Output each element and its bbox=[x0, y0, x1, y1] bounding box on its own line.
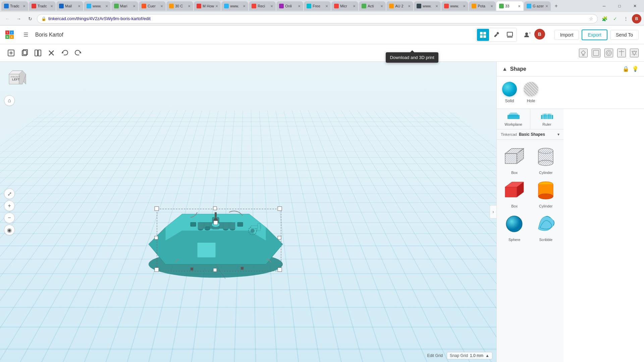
tab-9[interactable]: www. ✕ bbox=[221, 1, 248, 11]
shape-item-sphere-blue[interactable]: Sphere bbox=[501, 212, 528, 242]
window-controls: ─ □ ✕ bbox=[596, 0, 643, 12]
close-button[interactable]: ✕ bbox=[627, 0, 643, 12]
render-button[interactable] bbox=[604, 49, 613, 57]
tab-8[interactable]: M How ✕ bbox=[194, 1, 221, 11]
view-mode-group bbox=[476, 28, 517, 42]
orientation-cube[interactable]: LEFT FRONT bbox=[4, 66, 31, 93]
tab-1[interactable]: Tradc ✕ bbox=[1, 1, 28, 11]
lock-icon[interactable]: 🔒 bbox=[623, 66, 629, 72]
bookmark-icon[interactable]: ☆ bbox=[589, 16, 593, 21]
edit-grid-label[interactable]: Edit Grid bbox=[427, 353, 443, 358]
svg-marker-88 bbox=[505, 187, 517, 197]
shape-collapse-icon[interactable]: ▲ bbox=[502, 66, 507, 72]
svg-rect-57 bbox=[230, 222, 235, 229]
snap-grid-control[interactable]: Snap Grid 1.0 mm ▲ bbox=[447, 352, 492, 359]
box-red-label: Box bbox=[511, 204, 518, 208]
tab-15[interactable]: AU 2 ✕ bbox=[386, 1, 413, 11]
solid-circle bbox=[502, 82, 517, 97]
tinkercad-logo[interactable]: T I N K bbox=[5, 31, 14, 39]
forward-button[interactable]: → bbox=[14, 14, 23, 23]
bulb-icon[interactable]: 💡 bbox=[632, 66, 639, 72]
tab-20[interactable]: G azer ✕ bbox=[524, 1, 551, 11]
shape-item-box-red[interactable]: Box bbox=[501, 179, 528, 208]
zoom-in-button[interactable]: + bbox=[4, 200, 15, 211]
snap-grid-label: Snap Grid bbox=[450, 353, 468, 358]
profile-button[interactable]: B bbox=[632, 14, 641, 23]
zoom-out-button[interactable]: − bbox=[4, 213, 15, 223]
tab-5[interactable]: Mari ✕ bbox=[111, 1, 138, 11]
new-tab-button[interactable]: + bbox=[551, 1, 561, 11]
back-button[interactable]: ← bbox=[3, 14, 12, 23]
workplane-button[interactable]: Workplane bbox=[497, 109, 530, 129]
tab-19[interactable]: 33 ✕ bbox=[496, 1, 523, 11]
hole-circle bbox=[524, 82, 538, 97]
shape-item-scribble[interactable]: Scribble bbox=[532, 212, 560, 242]
svg-rect-45 bbox=[213, 268, 217, 272]
tab-11[interactable]: Onli ✕ bbox=[276, 1, 303, 11]
svg-point-67 bbox=[251, 229, 255, 233]
snap-grid-up-icon[interactable]: ▲ bbox=[485, 353, 489, 358]
tab-2[interactable]: Tradc ✕ bbox=[29, 1, 56, 11]
light-button[interactable] bbox=[579, 49, 588, 57]
redo-button[interactable] bbox=[72, 47, 84, 59]
shape-panel: ▲ Shape 🔒 💡 Solid Hole bbox=[496, 62, 644, 109]
tab-14[interactable]: Acti ✕ bbox=[359, 1, 386, 11]
shape-lib-arrow-icon[interactable]: ▾ bbox=[557, 132, 559, 137]
maximize-button[interactable]: □ bbox=[612, 0, 627, 12]
import-button[interactable]: Import bbox=[554, 30, 579, 40]
tab-7[interactable]: 30 C ✕ bbox=[166, 1, 193, 11]
shape-item-cylinder-orange[interactable]: Cylinder bbox=[532, 179, 560, 208]
workplane-ruler: Workplane bbox=[497, 109, 564, 129]
undo-button[interactable] bbox=[59, 47, 70, 59]
logo-t: T bbox=[5, 31, 9, 35]
home-button[interactable]: ⌂ bbox=[4, 95, 15, 106]
shield-icon[interactable]: ✓ bbox=[610, 14, 620, 23]
zoom-controls: ⤢ + − ◉ bbox=[4, 188, 15, 235]
workplane-label: Workplane bbox=[504, 122, 522, 126]
hamburger-menu[interactable]: ☰ bbox=[20, 29, 31, 40]
address-actions: 🧩 ✓ ⋮ B bbox=[600, 14, 641, 23]
hammer-button[interactable] bbox=[490, 29, 502, 41]
outline-button[interactable] bbox=[592, 49, 600, 57]
sendto-button[interactable]: Send To bbox=[610, 30, 639, 40]
tab-16[interactable]: www. ✕ bbox=[414, 1, 441, 11]
shape-item-cylinder-gray[interactable]: Cylinder bbox=[532, 145, 560, 175]
scribble-thumb bbox=[534, 212, 557, 236]
align-button[interactable] bbox=[617, 49, 626, 57]
project-name[interactable]: Boris Kartof bbox=[35, 32, 63, 38]
settings-icon[interactable]: ⋮ bbox=[621, 14, 631, 23]
add-user-button[interactable]: + bbox=[521, 29, 533, 41]
grid-view-button[interactable] bbox=[477, 29, 489, 41]
ruler-button[interactable]: Ruler bbox=[530, 109, 564, 129]
reset-button[interactable]: ◉ bbox=[4, 225, 15, 235]
refresh-button[interactable]: ↻ bbox=[25, 14, 35, 23]
solid-shape-type[interactable]: Solid bbox=[502, 82, 517, 103]
flip-button[interactable] bbox=[630, 49, 639, 57]
fullscreen-button[interactable]: ⤢ bbox=[4, 188, 15, 199]
tab-12[interactable]: Free ✕ bbox=[304, 1, 331, 11]
user-avatar[interactable]: B bbox=[534, 29, 545, 40]
tab-3[interactable]: Mail ✕ bbox=[56, 1, 83, 11]
minimize-button[interactable]: ─ bbox=[596, 0, 612, 12]
copy-button[interactable] bbox=[19, 47, 30, 59]
url-bar[interactable]: 🔒 tinkercad.com/things/4V2zArSWy9m-boris… bbox=[37, 14, 598, 23]
sphere-blue-label: Sphere bbox=[508, 238, 520, 242]
tab-17[interactable]: www. ✕ bbox=[441, 1, 468, 11]
tab-6[interactable]: Cuer ✕ bbox=[139, 1, 166, 11]
tab-10[interactable]: Reci ✕ bbox=[249, 1, 276, 11]
design-button[interactable] bbox=[504, 29, 516, 41]
shape-lib-name[interactable]: Basic Shapes bbox=[519, 132, 555, 137]
export-button[interactable]: Export bbox=[582, 29, 607, 40]
tab-18[interactable]: Pota ✕ bbox=[469, 1, 496, 11]
browser-chrome: Tradc ✕ Tradc ✕ Mail ✕ www. ✕ Mari ✕ Cue… bbox=[0, 0, 644, 25]
mirror-button[interactable] bbox=[32, 47, 44, 59]
shape-item-box-gray[interactable]: Box bbox=[501, 145, 528, 175]
tab-4[interactable]: www. ✕ bbox=[84, 1, 111, 11]
extensions-icon[interactable]: 🧩 bbox=[600, 14, 609, 23]
tab-13[interactable]: Micr ✕ bbox=[331, 1, 358, 11]
viewport-3d[interactable]: LEFT FRONT ⌂ ⤢ + − ◉ bbox=[0, 62, 496, 362]
hole-shape-type[interactable]: Hole bbox=[524, 82, 538, 103]
delete-button[interactable] bbox=[46, 47, 57, 59]
viewport-chevron[interactable]: › bbox=[490, 205, 496, 219]
create-button[interactable] bbox=[5, 47, 17, 59]
